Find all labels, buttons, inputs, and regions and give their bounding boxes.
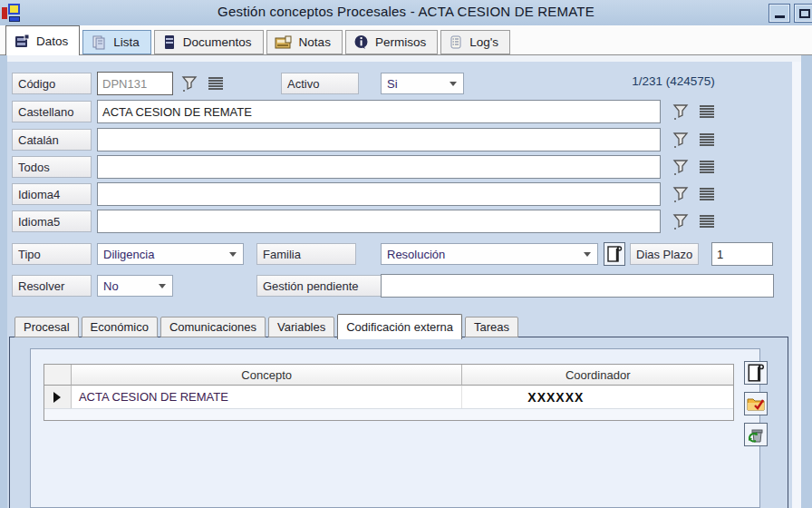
codificacion-externa-panel: Concepto Coordinador ACTA CESION DE REMA… [9,337,788,508]
subtab-procesal[interactable]: Procesal [14,317,79,337]
activo-value: Si [387,77,398,91]
idioma5-tools [670,210,718,232]
subtab-label: Procesal [24,320,70,334]
filter-button[interactable] [670,183,691,205]
panel-edge-highlight [792,62,801,508]
idioma5-input[interactable] [97,210,661,233]
documentos-icon [162,34,177,50]
resolver-combo[interactable]: No [97,275,173,297]
list-button[interactable] [696,210,718,232]
castellano-label: Castellano [12,101,92,122]
list-button[interactable] [696,101,718,122]
gestion-pendiente-label: Gestión pendiente [256,275,385,297]
filter-icon [672,158,690,176]
catalan-tools [670,129,718,151]
frame-gap [7,55,801,62]
codigo-input[interactable] [97,72,173,95]
todos-input[interactable] [97,155,661,179]
catalan-label: Catalán [12,129,92,151]
sub-tab-strip: Procesal Económico Comunicaciones Variab… [14,312,521,337]
door-key-icon [747,363,765,383]
conceptos-grid: Concepto Coordinador ACTA CESION DE REMA… [44,364,734,421]
list-lines-icon [698,131,716,149]
tab-label: Notas [299,35,331,49]
filter-button[interactable] [670,210,691,232]
row-selector-header [44,365,72,386]
grid-empty-area [44,409,733,420]
tab-label: Log's [469,35,498,49]
window-title: Gestión conceptos Procesales - ACTA CESI… [0,4,812,19]
filter-button[interactable] [670,129,691,151]
lista-icon [91,34,107,50]
list-lines-icon [698,103,716,121]
filter-button[interactable] [670,156,691,178]
subtab-label: Tareas [474,320,509,334]
tab-permisos[interactable]: Permisos [345,30,438,54]
tab-documentos[interactable]: Documentos [154,30,264,54]
activo-label: Activo [281,73,359,94]
filter-icon [180,74,198,93]
tipo-label: Tipo [12,243,92,265]
door-key-icon [606,245,623,263]
catalan-input[interactable] [97,128,661,151]
column-header-coordinador[interactable]: Coordinador [462,365,733,386]
row-marker-icon [44,386,72,408]
subtab-variables[interactable]: Variables [268,317,334,337]
edit-record-button[interactable] [744,392,768,415]
permisos-icon [353,34,369,50]
list-lines-icon [698,158,716,176]
list-button[interactable] [696,129,718,151]
subtab-codificacion-externa[interactable]: Codificación externa [337,314,462,339]
grid-panel: Concepto Coordinador ACTA CESION DE REMA… [30,348,760,508]
grid-row[interactable]: ACTA CESION DE REMATE XXXXXX [44,386,733,409]
todos-tools [670,156,718,178]
idioma5-label: Idioma5 [12,210,92,232]
filter-icon [672,212,690,230]
maximize-button[interactable] [794,4,812,23]
application-window: Gestión conceptos Procesales - ACTA CESI… [0,0,812,508]
delete-record-button[interactable] [744,423,768,446]
record-counter: 1/231 (424575) [569,74,778,88]
familia-lookup-button[interactable] [604,242,625,266]
idioma4-tools [670,183,718,205]
list-button[interactable] [205,73,227,94]
tipo-combo[interactable]: Diligencia [97,243,244,265]
tab-datos[interactable]: Datos [5,25,80,55]
list-button[interactable] [696,183,718,205]
grid-header: Concepto Coordinador [44,365,733,386]
minimize-button[interactable] [768,4,790,23]
castellano-input[interactable] [97,100,661,123]
codigo-tools [179,73,227,94]
minimize-icon [775,15,785,18]
gestion-pendiente-input[interactable] [381,274,774,298]
subtab-economico[interactable]: Económico [82,317,158,337]
idioma4-input[interactable] [97,182,661,206]
list-button[interactable] [696,156,718,178]
folder-check-icon [746,395,766,413]
subtab-comunicaciones[interactable]: Comunicaciones [160,317,266,337]
list-lines-icon [698,212,716,230]
filter-button[interactable] [179,73,200,94]
tab-logs[interactable]: Log's [440,30,510,54]
familia-value: Resolución [387,248,445,261]
subtab-label: Comunicaciones [169,320,256,334]
tab-label: Documentos [183,35,252,49]
filter-icon [672,185,690,203]
tipo-value: Diligencia [103,248,154,261]
subtab-tareas[interactable]: Tareas [465,317,518,337]
filter-button[interactable] [670,101,691,122]
idioma4-label: Idioma4 [12,183,92,205]
familia-combo[interactable]: Resolución [381,243,598,265]
datos-form: Código Activo Si [7,62,792,508]
dias-plazo-input[interactable] [711,242,773,266]
new-record-button[interactable] [744,361,768,385]
activo-combo[interactable]: Si [381,73,464,94]
subtab-label: Variables [277,320,325,334]
column-header-concepto[interactable]: Concepto [72,365,462,386]
tab-notas[interactable]: Notas [266,30,343,54]
tab-lista[interactable]: Lista [82,30,151,54]
notas-icon [275,34,293,50]
datos-icon [14,34,30,49]
resolver-value: No [103,279,119,293]
list-lines-icon [207,74,225,93]
